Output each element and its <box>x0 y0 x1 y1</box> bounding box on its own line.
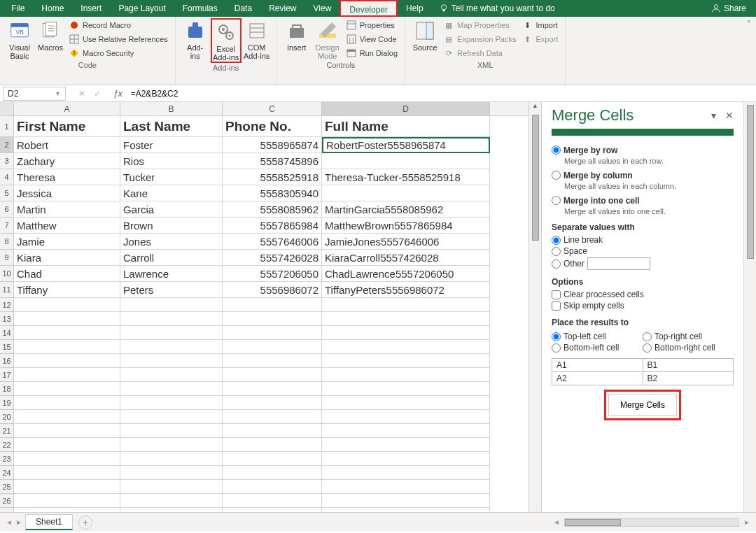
cell[interactable] <box>120 438 223 452</box>
cell[interactable] <box>322 466 490 480</box>
excel-addins-button[interactable]: Excel Add-ins <box>211 18 241 63</box>
pane-options-icon[interactable]: ▾ <box>711 110 716 121</box>
sep-line-break-radio[interactable]: Line break <box>552 235 734 245</box>
sep-other-input[interactable] <box>587 257 650 270</box>
scroll-thumb[interactable] <box>532 115 539 241</box>
cell[interactable]: Phone No. <box>223 116 322 137</box>
row-header[interactable]: 9 <box>0 250 14 266</box>
place-bottom-right-radio[interactable]: Bottom-right cell <box>643 343 734 353</box>
cell[interactable] <box>120 508 223 512</box>
row-header[interactable]: 22 <box>0 438 14 452</box>
row-header[interactable]: 19 <box>0 396 14 410</box>
sep-space-radio[interactable]: Space <box>552 246 734 256</box>
cell[interactable]: Carroll <box>120 250 223 266</box>
accept-formula-icon[interactable]: ✓ <box>94 89 101 99</box>
tab-data[interactable]: Data <box>226 0 260 17</box>
cell[interactable] <box>322 354 490 368</box>
add-sheet-button[interactable]: + <box>78 516 92 530</box>
cell[interactable]: 5558085962 <box>223 201 322 218</box>
row-header[interactable]: 13 <box>0 312 14 326</box>
merge-cells-button[interactable]: Merge Cells <box>608 394 677 416</box>
run-dialog-button[interactable]: Run Dialog <box>343 46 400 60</box>
cell[interactable]: Jones <box>120 234 223 250</box>
cell[interactable]: 5556986072 <box>223 282 322 298</box>
row-header[interactable]: 8 <box>0 234 14 250</box>
record-macro-button[interactable]: Record Macro <box>66 18 171 32</box>
cell[interactable] <box>120 382 223 396</box>
expansion-packs-button[interactable]: ▤Expansion Packs <box>440 32 519 46</box>
pane-scroll-thumb[interactable] <box>747 105 754 259</box>
cell[interactable]: 5557426028 <box>223 250 322 266</box>
tab-review[interactable]: Review <box>260 0 304 17</box>
cell[interactable] <box>322 340 490 354</box>
cell[interactable] <box>223 410 322 424</box>
cell[interactable]: Zachary <box>14 153 120 169</box>
cell[interactable] <box>322 424 490 438</box>
cell[interactable] <box>120 480 223 494</box>
cell[interactable] <box>322 326 490 340</box>
cell[interactable]: Chad <box>14 266 120 282</box>
hscroll-thumb[interactable] <box>565 519 621 526</box>
cell[interactable] <box>120 466 223 480</box>
row-header[interactable]: 12 <box>0 298 14 312</box>
cell[interactable] <box>223 508 322 512</box>
cell[interactable] <box>223 340 322 354</box>
cell[interactable] <box>223 368 322 382</box>
cell[interactable] <box>322 480 490 494</box>
cell[interactable]: RobertFoster5558965874 <box>322 137 490 153</box>
cell[interactable] <box>14 368 120 382</box>
cell[interactable] <box>223 438 322 452</box>
row-header[interactable]: 15 <box>0 340 14 354</box>
macro-security-button[interactable]: !Macro Security <box>66 46 171 60</box>
col-header-d[interactable]: D <box>322 102 490 115</box>
row-header[interactable]: 25 <box>0 480 14 494</box>
pane-close-icon[interactable]: ✕ <box>725 110 734 121</box>
cell[interactable]: Theresa <box>14 169 120 185</box>
cell[interactable] <box>14 382 120 396</box>
cell[interactable] <box>14 298 120 312</box>
tab-developer[interactable]: Developer <box>340 0 398 17</box>
formula-input[interactable] <box>125 87 756 101</box>
cell[interactable]: Rios <box>120 153 223 169</box>
sheet-vertical-scrollbar[interactable]: ▲ <box>528 102 541 512</box>
row-header[interactable]: 27 <box>0 508 14 512</box>
place-bottom-left-radio[interactable]: Bottom-left cell <box>552 343 643 353</box>
cell[interactable] <box>223 494 322 508</box>
cell[interactable]: 5557646006 <box>223 234 322 250</box>
cell[interactable] <box>322 396 490 410</box>
cell[interactable] <box>14 494 120 508</box>
cell[interactable] <box>322 438 490 452</box>
export-button[interactable]: ⬆Export <box>519 32 561 46</box>
cell[interactable]: Tucker <box>120 169 223 185</box>
tab-insert[interactable]: Insert <box>72 0 110 17</box>
row-header[interactable]: 20 <box>0 410 14 424</box>
cell[interactable] <box>14 354 120 368</box>
skip-empty-checkbox[interactable]: Skip empty cells <box>552 301 734 311</box>
row-header[interactable]: 5 <box>0 185 14 201</box>
cell[interactable]: Matthew <box>14 218 120 234</box>
visual-basic-button[interactable]: VB Visual Basic <box>4 18 35 60</box>
cell[interactable]: Tiffany <box>14 282 120 298</box>
addins-button[interactable]: Add- ins <box>180 18 211 60</box>
cell[interactable] <box>14 438 120 452</box>
row-header[interactable]: 16 <box>0 354 14 368</box>
cell[interactable] <box>322 298 490 312</box>
cell[interactable] <box>120 298 223 312</box>
row-header[interactable]: 14 <box>0 326 14 340</box>
row-header[interactable]: 1 <box>0 116 14 137</box>
row-header[interactable]: 23 <box>0 452 14 466</box>
cell[interactable] <box>14 312 120 326</box>
cell[interactable] <box>120 494 223 508</box>
select-all-corner[interactable] <box>0 102 14 115</box>
hscroll-right-icon[interactable]: ► <box>742 518 752 526</box>
cell[interactable]: Lawrence <box>120 266 223 282</box>
view-code-button[interactable]: { }View Code <box>343 32 400 46</box>
row-header[interactable]: 21 <box>0 424 14 438</box>
com-addins-button[interactable]: COM Add-ins <box>241 18 272 60</box>
cell[interactable] <box>120 410 223 424</box>
cell[interactable] <box>120 312 223 326</box>
cell[interactable] <box>223 396 322 410</box>
cell[interactable]: 5558965874 <box>223 137 322 153</box>
cell[interactable] <box>120 396 223 410</box>
design-mode-button[interactable]: Design Mode <box>312 18 343 60</box>
